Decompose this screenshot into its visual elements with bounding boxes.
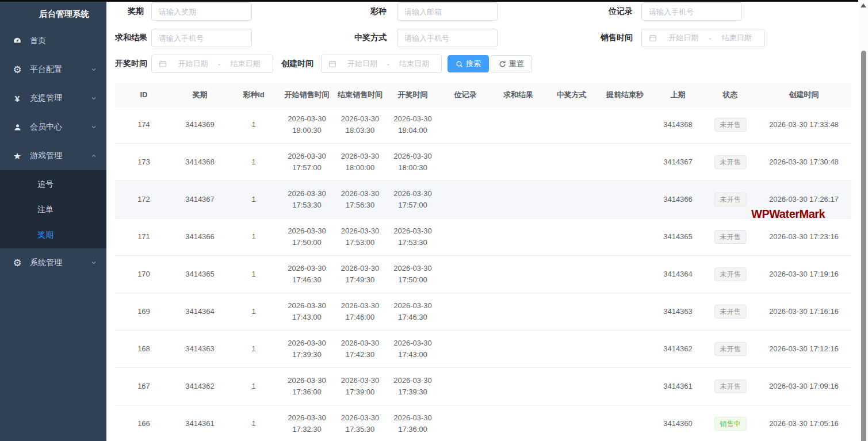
- search-button[interactable]: 搜索: [448, 55, 489, 72]
- search-icon: [456, 60, 463, 68]
- status-badge: 未开售: [714, 118, 747, 132]
- cell-id: 166: [115, 405, 173, 441]
- cell-prev-period: 3414368: [652, 106, 704, 144]
- status-badge: 未开售: [714, 230, 747, 244]
- sidebar-item-home[interactable]: 首页: [0, 26, 106, 55]
- sidebar-item-label: 游戏管理: [30, 151, 90, 161]
- vertical-scrollbar[interactable]: [858, 0, 868, 441]
- date-end-placeholder: 结束日期: [394, 59, 434, 69]
- cell-sale-start: 2026-03-30 17:39:30: [280, 331, 334, 368]
- cell-sale-start: 2026-03-30 17:46:30: [280, 256, 334, 293]
- reset-button[interactable]: 重置: [491, 55, 532, 72]
- chevron-down-icon: [90, 259, 97, 266]
- cell-period: 3414363: [173, 331, 227, 368]
- cell-draw-time: 2026-03-30 18:00:30: [387, 144, 439, 181]
- cell-draw-time: 2026-03-30 17:53:30: [387, 218, 439, 256]
- cell-sum-result: [492, 293, 545, 331]
- cell-sum-result: [492, 405, 545, 441]
- scroll-up-arrow-icon[interactable]: [861, 3, 866, 7]
- chevron-down-icon: [90, 66, 97, 73]
- cell-created-at: 2026-03-30 17:05:16: [756, 405, 851, 441]
- filter-label-create-time: 创建时间: [279, 59, 313, 69]
- sidebar-item-game-management[interactable]: ★ 游戏管理: [0, 141, 106, 170]
- cell-win-method: [545, 331, 598, 368]
- cell-period: 3414368: [173, 144, 227, 181]
- column-header: 中奖方式: [545, 83, 598, 106]
- sidebar-item-prize-period[interactable]: 奖期: [0, 222, 106, 247]
- cell-period: 3414361: [173, 405, 227, 441]
- sidebar-item-label: 平台配置: [30, 64, 90, 75]
- cell-lottery-id: 1: [227, 405, 280, 441]
- sum-result-input[interactable]: [151, 29, 252, 47]
- status-badge: 未开售: [714, 305, 747, 319]
- cell-draw-time: 2026-03-30 17:57:00: [387, 181, 439, 218]
- cell-period: 3414367: [173, 181, 227, 218]
- calendar-icon: [649, 34, 657, 42]
- chevron-down-icon: [90, 95, 97, 102]
- cell-id: 173: [115, 144, 173, 181]
- date-separator: -: [213, 60, 225, 68]
- chevron-up-icon: [90, 152, 97, 159]
- win-method-input[interactable]: [397, 29, 498, 47]
- cell-status: 未开售: [704, 368, 756, 405]
- cell-early-end-sec: [598, 256, 652, 293]
- cell-sum-result: [492, 331, 545, 368]
- sidebar-item-bet-orders[interactable]: 注单: [0, 197, 106, 222]
- create-time-daterange[interactable]: 开始日期 - 结束日期: [321, 55, 442, 73]
- draw-time-daterange[interactable]: 开始日期 - 结束日期: [151, 55, 273, 73]
- position-record-input[interactable]: [641, 2, 742, 21]
- sidebar-item-deposit-management[interactable]: ¥ 充提管理: [0, 84, 106, 113]
- date-start-placeholder: 开始日期: [342, 59, 383, 69]
- table-row: 171341436612026-03-30 17:50:002026-03-30…: [115, 218, 851, 256]
- date-separator: -: [704, 34, 716, 43]
- filter-panel: 奖期 彩种 位记录 求和结果 中奖方式 销售时间 开始日期 - 结束日期: [106, 0, 858, 82]
- cell-win-method: [545, 218, 598, 256]
- cell-id: 172: [115, 181, 173, 218]
- cell-status: 未开售: [704, 331, 756, 368]
- cell-id: 167: [115, 368, 173, 405]
- sale-time-daterange[interactable]: 开始日期 - 结束日期: [641, 29, 765, 47]
- cell-created-at: 2026-03-30 17:23:16: [756, 218, 851, 256]
- sidebar-item-chase-number[interactable]: 追号: [0, 171, 106, 197]
- cell-sale-start: 2026-03-30 17:43:00: [280, 293, 334, 331]
- cell-position-record: [439, 144, 492, 181]
- filter-label-win-method: 中奖方式: [348, 33, 387, 43]
- period-table: ID奖期彩种id开始销售时间结束销售时间开奖时间位记录求和结果中奖方式提前结束秒…: [115, 83, 851, 441]
- cell-draw-time: 2026-03-30 18:04:00: [387, 106, 439, 144]
- cell-sale-start: 2026-03-30 17:32:30: [280, 405, 334, 441]
- cell-position-record: [439, 368, 492, 405]
- lottery-input[interactable]: [397, 2, 498, 21]
- table-row: 172341436712026-03-30 17:53:302026-03-30…: [115, 181, 851, 218]
- cell-position-record: [439, 218, 492, 256]
- cell-early-end-sec: [598, 218, 652, 256]
- cell-status: 未开售: [704, 218, 756, 256]
- refresh-icon: [499, 60, 506, 68]
- cell-status: 未开售: [704, 106, 756, 144]
- sidebar-item-member-center[interactable]: 会员中心: [0, 113, 106, 141]
- cell-sale-start: 2026-03-30 17:50:00: [280, 218, 334, 256]
- column-header: 创建时间: [756, 83, 851, 106]
- cell-id: 169: [115, 293, 173, 331]
- sidebar: 后台管理系统 首页 ⚙ 平台配置 ¥ 充提管理 会员中心 ★ 游戏管理: [0, 0, 106, 441]
- cell-position-record: [439, 181, 492, 218]
- scrollbar-thumb[interactable]: [861, 51, 866, 441]
- cell-period: 3414366: [173, 218, 227, 256]
- column-header: 提前结束秒: [598, 83, 652, 106]
- cell-sum-result: [492, 106, 545, 144]
- cell-sale-start: 2026-03-30 17:53:30: [280, 181, 334, 218]
- cell-lottery-id: 1: [227, 256, 280, 293]
- cell-prev-period: 3414367: [652, 144, 704, 181]
- sidebar-item-system-management[interactable]: ⚙ 系统管理: [0, 248, 106, 277]
- date-end-placeholder: 结束日期: [225, 59, 266, 69]
- cell-id: 170: [115, 256, 173, 293]
- sidebar-item-platform-config[interactable]: ⚙ 平台配置: [0, 55, 106, 84]
- cell-created-at: 2026-03-30 17:33:48: [756, 106, 851, 144]
- column-header: ID: [115, 83, 173, 106]
- cell-period: 3414365: [173, 256, 227, 293]
- cell-sum-result: [492, 181, 545, 218]
- cell-sale-end: 2026-03-30 17:35:30: [334, 405, 387, 441]
- cell-win-method: [545, 405, 598, 441]
- period-input[interactable]: [151, 2, 252, 21]
- cell-sale-end: 2026-03-30 18:03:30: [334, 106, 387, 144]
- cell-win-method: [545, 181, 598, 218]
